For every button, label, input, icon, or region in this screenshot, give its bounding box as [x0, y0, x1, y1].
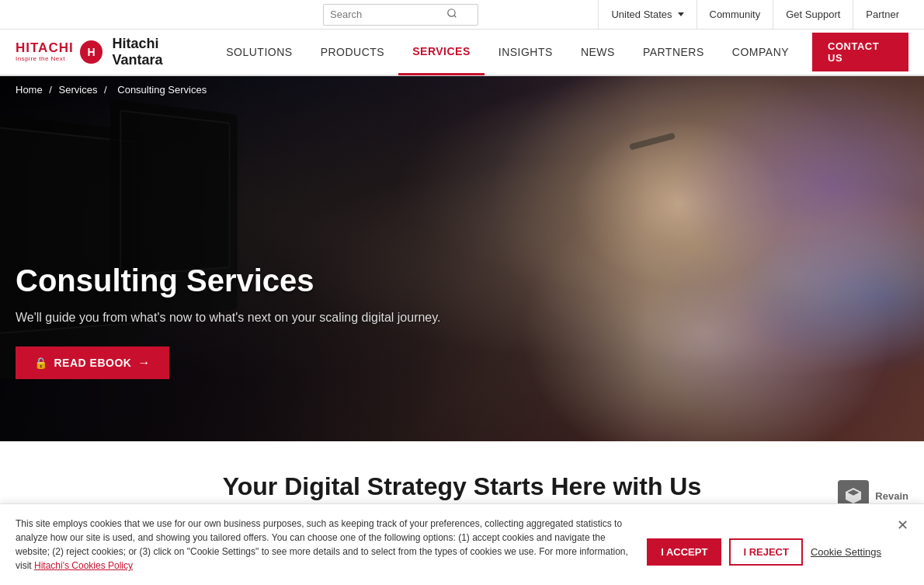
cookie-banner: This site employs cookies that we use fo… — [0, 503, 924, 517]
breadcrumb: Home / Services / Consulting Services — [0, 76, 226, 103]
hitachi-logo-text: HITACHI — [16, 41, 74, 56]
main-nav: HITACHI Inspire the Next H Hitachi Vanta… — [0, 30, 924, 76]
hero-image-area: Consulting Services We'll guide you from… — [0, 76, 924, 441]
region-selector[interactable]: United States — [598, 0, 696, 30]
hero-content: Consulting Services We'll guide you from… — [16, 263, 441, 379]
hero-section: Home / Services / Consulting Services — [0, 76, 924, 441]
ebook-label: READ EBOOK — [54, 357, 132, 369]
breadcrumb-services[interactable]: Services — [59, 84, 98, 96]
nav-insights[interactable]: INSIGHTS — [485, 29, 567, 75]
get-support-link[interactable]: Get Support — [773, 0, 853, 30]
revain-label: Revain — [875, 490, 908, 502]
nav-company[interactable]: COMPANY — [718, 29, 803, 75]
nav-products[interactable]: PRODUCTS — [307, 29, 399, 75]
chevron-down-icon — [678, 12, 684, 16]
hero-title: Consulting Services — [16, 263, 441, 298]
nav-partners[interactable]: PARTNERS — [629, 29, 718, 75]
top-bar: United States Community Get Support Part… — [0, 0, 924, 30]
ebook-button[interactable]: 🔒 READ EBOOK → — [16, 346, 169, 379]
search-icon — [446, 8, 457, 22]
svg-line-1 — [454, 15, 457, 17]
search-input[interactable] — [330, 9, 446, 20]
nav-links: SOLUTIONS PRODUCTS SERVICES INSIGHTS NEW… — [212, 29, 908, 75]
contact-us-button[interactable]: CONTACT US — [812, 33, 908, 71]
hero-overlay — [0, 76, 924, 441]
region-label: United States — [611, 9, 672, 20]
partner-link[interactable]: Partner — [853, 0, 912, 30]
hitachi-tagline: Inspire the Next — [16, 56, 74, 63]
community-link[interactable]: Community — [696, 0, 773, 30]
svg-point-0 — [448, 9, 455, 16]
lock-icon: 🔒 — [34, 357, 48, 369]
search-container[interactable] — [323, 4, 478, 26]
brand-name: Hitachi Vantara — [112, 36, 212, 68]
brand-icon: H — [80, 40, 103, 64]
section-title: Your Digital Strategy Starts Here with U… — [16, 472, 908, 501]
nav-services[interactable]: SERVICES — [398, 29, 485, 75]
nav-news[interactable]: NEWS — [567, 29, 629, 75]
nav-solutions[interactable]: SOLUTIONS — [212, 29, 306, 75]
breadcrumb-home[interactable]: Home — [16, 84, 43, 96]
brand-logo[interactable]: HITACHI Inspire the Next H Hitachi Vanta… — [16, 36, 212, 68]
arrow-right-icon: → — [137, 356, 151, 370]
hero-subtitle: We'll guide you from what's now to what'… — [16, 311, 441, 325]
breadcrumb-current: Consulting Services — [117, 84, 207, 96]
